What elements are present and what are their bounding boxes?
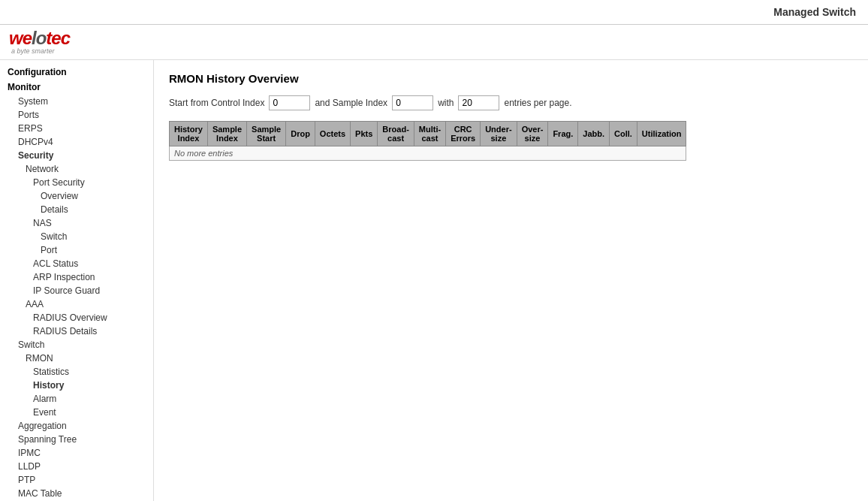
no-entries-row: No more entries	[170, 146, 686, 161]
sidebar-item-ports[interactable]: Ports	[0, 108, 153, 122]
sidebar-item-monitor[interactable]: Monitor	[0, 80, 153, 95]
sidebar-item-spanning-tree[interactable]: Spanning Tree	[0, 433, 153, 446]
col-drop: Drop	[286, 122, 315, 146]
sample-index-input[interactable]	[392, 95, 433, 110]
sidebar-item-nas-port[interactable]: Port	[0, 243, 153, 257]
sidebar-item-ipmc[interactable]: IPMC	[0, 446, 153, 460]
sidebar-item-lldp[interactable]: LLDP	[0, 460, 153, 473]
col-sample-start: SampleStart	[247, 122, 286, 146]
sidebar-item-network[interactable]: Network	[0, 162, 153, 176]
col-utilization: Utilization	[637, 122, 686, 146]
sidebar-item-configuration[interactable]: Configuration	[0, 65, 153, 80]
col-crc-errors: CRCErrors	[446, 122, 481, 146]
col-under-size: Under-size	[481, 122, 517, 146]
sidebar-item-aggregation[interactable]: Aggregation	[0, 419, 153, 433]
sidebar-item-system[interactable]: System	[0, 95, 153, 108]
col-jabb: Jabb.	[578, 122, 610, 146]
sidebar-item-event[interactable]: Event	[0, 406, 153, 419]
col-sample-index: SampleIndex	[207, 122, 246, 146]
col-over-size: Over-size	[517, 122, 548, 146]
sidebar-item-erps[interactable]: ERPS	[0, 122, 153, 135]
no-entries-cell: No more entries	[170, 146, 686, 161]
logo: welotec a byte smarter	[9, 29, 859, 55]
filter-label1: Start from Control Index	[169, 98, 264, 108]
sidebar-item-history[interactable]: History	[0, 379, 153, 392]
sidebar-item-arp-inspection[interactable]: ARP Inspection	[0, 270, 153, 284]
sidebar-item-dhcpv4[interactable]: DHCPv4	[0, 135, 153, 149]
sidebar-item-alarm[interactable]: Alarm	[0, 392, 153, 406]
app-title: Managed Switch	[773, 6, 856, 18]
col-multicast: Multi-cast	[414, 122, 445, 146]
col-history-index: HistoryIndex	[170, 122, 208, 146]
col-broadcast: Broad-cast	[378, 122, 414, 146]
sidebar-item-ptp[interactable]: PTP	[0, 473, 153, 487]
sidebar-item-rmon[interactable]: RMON	[0, 352, 153, 365]
sidebar-item-switch[interactable]: Switch	[0, 338, 153, 352]
content-area: RMON History Overview Start from Control…	[154, 60, 868, 501]
sidebar-item-statistics[interactable]: Statistics	[0, 365, 153, 379]
sidebar-item-nas-switch[interactable]: Switch	[0, 230, 153, 243]
col-octets: Octets	[315, 122, 350, 146]
sidebar-item-ip-source-guard[interactable]: IP Source Guard	[0, 284, 153, 297]
logo-tagline: a byte smarter	[11, 47, 55, 55]
sidebar-item-aaa[interactable]: AAA	[0, 297, 153, 311]
col-frag: Frag.	[548, 122, 578, 146]
control-index-input[interactable]	[269, 95, 310, 110]
sidebar-item-security[interactable]: Security	[0, 149, 153, 162]
logo-bar: welotec a byte smarter	[0, 25, 868, 60]
entries-input[interactable]	[458, 95, 499, 110]
top-header: Managed Switch	[0, 0, 868, 25]
filter-label4: entries per page.	[504, 98, 571, 108]
filter-label2: and Sample Index	[315, 98, 387, 108]
sidebar-item-acl-status[interactable]: ACL Status	[0, 257, 153, 270]
col-coll: Coll.	[610, 122, 637, 146]
page-title: RMON History Overview	[169, 72, 853, 85]
sidebar-item-port-security[interactable]: Port Security	[0, 176, 153, 189]
sidebar-item-nas[interactable]: NAS	[0, 216, 153, 230]
filter-row: Start from Control Index and Sample Inde…	[169, 95, 853, 110]
history-table: HistoryIndex SampleIndex SampleStart Dro…	[169, 121, 686, 161]
sidebar-item-radius-details[interactable]: RADIUS Details	[0, 324, 153, 338]
sidebar: Configuration Monitor System Ports ERPS …	[0, 60, 154, 501]
logo-text: welotec	[9, 29, 70, 47]
sidebar-item-overview[interactable]: Overview	[0, 189, 153, 203]
main-layout: Configuration Monitor System Ports ERPS …	[0, 60, 868, 501]
col-pkts: Pkts	[351, 122, 378, 146]
filter-label3: with	[438, 98, 454, 108]
sidebar-item-details[interactable]: Details	[0, 203, 153, 216]
sidebar-item-radius-overview[interactable]: RADIUS Overview	[0, 311, 153, 324]
sidebar-item-mac-table[interactable]: MAC Table	[0, 487, 153, 500]
